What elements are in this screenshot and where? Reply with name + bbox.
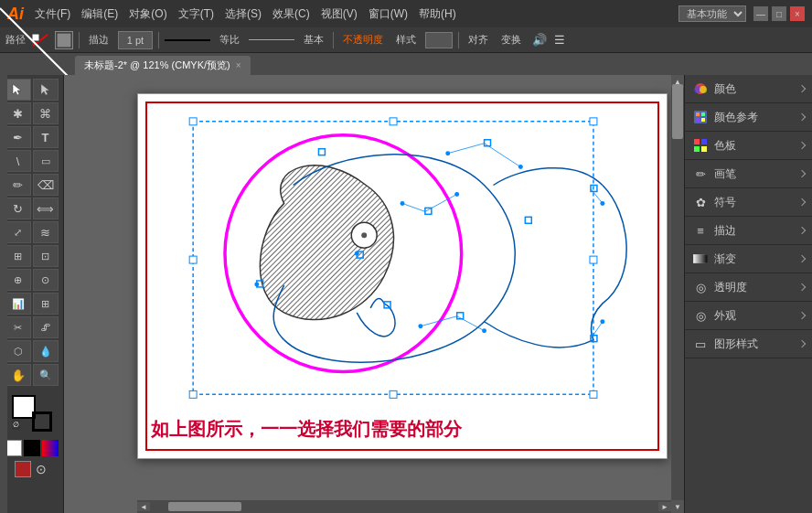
brushes-panel-label: 画笔 — [714, 166, 736, 182]
live-paint-tool[interactable]: 💧 — [33, 340, 59, 362]
gradient-panel-label: 渐变 — [714, 251, 736, 267]
align-label[interactable]: 对齐 — [465, 31, 492, 48]
base-label: 基本 — [300, 31, 327, 48]
stroke-color-box[interactable] — [32, 411, 52, 432]
line-tool[interactable]: \ — [5, 150, 31, 172]
lasso-tool[interactable]: ⌘ — [33, 102, 59, 124]
workspace-select[interactable]: 基本功能 — [678, 5, 746, 22]
eyedropper-tool[interactable]: 🖇 — [33, 316, 59, 338]
svg-point-47 — [700, 86, 707, 93]
free-transform-tool[interactable]: ⊞ — [5, 245, 31, 267]
perspective-tool[interactable]: ⊡ — [33, 245, 59, 267]
menu-view[interactable]: 视图(V) — [321, 6, 358, 22]
pen-tool[interactable]: ✒ — [5, 126, 31, 148]
scroll-track[interactable] — [671, 75, 684, 513]
direct-select-tool[interactable] — [33, 79, 59, 101]
fill-stroke-selector[interactable]: ∅ — [12, 395, 52, 432]
canvas-area[interactable]: 如上图所示，一一选择我们需要的部分 ▲ ▼ ◄ ► — [64, 75, 684, 513]
svg-rect-51 — [696, 118, 700, 122]
pencil-tool[interactable]: ✏ — [5, 174, 31, 196]
tab-bar: 未标题-2* @ 121% (CMYK/预览) × — [0, 53, 812, 75]
panel-item-symbols[interactable]: ✿ 符号 — [685, 188, 812, 217]
minimize-button[interactable]: — — [753, 6, 768, 21]
horizontal-scrollbar[interactable]: ◄ ► — [137, 500, 671, 513]
magic-wand-tool[interactable]: ✱ — [5, 102, 31, 124]
menu-help[interactable]: 帮助(H) — [419, 6, 456, 22]
stroke-color-icon[interactable] — [31, 33, 49, 48]
vertical-scrollbar[interactable]: ▲ ▼ — [671, 75, 684, 513]
shape-builder-tool[interactable]: ⊕ — [5, 269, 31, 291]
stroke-box-icon[interactable] — [55, 31, 73, 49]
panel-item-appearance[interactable]: ◎ 外观 — [685, 302, 812, 330]
menu-type[interactable]: 文字(T) — [178, 6, 214, 22]
panel-item-graphic-styles[interactable]: ▭ 图形样式 — [685, 330, 812, 358]
fill-red-box — [15, 461, 31, 477]
menu-select[interactable]: 选择(S) — [225, 6, 262, 22]
stroke-width-input[interactable] — [118, 31, 153, 49]
color-ref-panel-label: 颜色参考 — [714, 110, 758, 125]
document-tab[interactable]: 未标题-2* @ 121% (CMYK/预览) × — [75, 56, 251, 75]
maximize-button[interactable]: □ — [772, 6, 786, 21]
menu-bar[interactable]: 文件(F) 编辑(E) 对象(O) 文字(T) 选择(S) 效果(C) 视图(V… — [35, 6, 456, 22]
panel-item-stroke[interactable]: ≡ 描边 — [685, 217, 812, 245]
color-panel-icon — [692, 80, 709, 97]
tab-label: 未标题-2* @ 121% (CMYK/预览) — [84, 59, 230, 72]
menu-file[interactable]: 文件(F) — [35, 6, 70, 22]
brushes-expand-icon — [798, 170, 806, 177]
slice-tool[interactable]: ✂ — [5, 316, 31, 338]
scroll-left-button[interactable]: ◄ — [137, 502, 150, 511]
shape-tool[interactable]: ▭ — [33, 150, 59, 172]
menu-effect[interactable]: 效果(C) — [272, 6, 310, 22]
speaker-icon[interactable]: 🔊 — [532, 33, 547, 47]
panel-item-color-ref[interactable]: 颜色参考 — [685, 103, 812, 132]
pathfinder-tool[interactable]: ⊙ — [33, 269, 59, 291]
menu-object[interactable]: 对象(O) — [129, 6, 166, 22]
svg-rect-55 — [694, 146, 700, 152]
menu-edit[interactable]: 编辑(E) — [81, 6, 118, 22]
transparency-panel-icon: ◎ — [692, 279, 709, 295]
gradient-expand-icon — [798, 255, 806, 262]
panel-item-color[interactable]: 颜色 — [685, 75, 812, 103]
panel-item-gradient[interactable]: 渐变 — [685, 245, 812, 273]
warp-tool[interactable]: ≋ — [33, 221, 59, 243]
graphic-styles-panel-icon: ▭ — [692, 336, 709, 352]
stroke-panel-icon: ≡ — [692, 222, 709, 239]
swatches-expand-icon — [798, 142, 806, 149]
scroll-right-button[interactable]: ► — [658, 502, 671, 511]
rotate-tool[interactable]: ↻ — [5, 198, 31, 219]
close-button[interactable]: × — [790, 6, 805, 21]
blend-tool[interactable]: ⬡ — [5, 340, 31, 362]
panel-item-swatches[interactable]: 色板 — [685, 132, 812, 160]
svg-rect-56 — [701, 146, 707, 152]
type-tool[interactable]: T — [33, 126, 59, 148]
style-label[interactable]: 样式 — [392, 31, 420, 48]
color-mode-icon[interactable]: ⊙ — [33, 461, 49, 477]
panel-item-transparency[interactable]: ◎ 透明度 — [685, 273, 812, 302]
panel-item-brushes[interactable]: ✏ 画笔 — [685, 160, 812, 188]
style-box[interactable] — [425, 32, 453, 48]
tab-close-button[interactable]: × — [236, 60, 241, 70]
scale-tool[interactable]: ⤢ — [5, 221, 31, 243]
select-tool[interactable] — [5, 79, 31, 101]
graph-tool[interactable]: 📊 — [5, 293, 31, 315]
menu-window[interactable]: 窗口(W) — [369, 6, 408, 22]
gradient-swatch[interactable] — [42, 440, 59, 456]
panel-resize-handle[interactable] — [0, 75, 7, 513]
menu-icon[interactable]: ☰ — [554, 33, 565, 47]
svg-rect-49 — [696, 112, 700, 116]
fill-black-swatch[interactable] — [24, 440, 40, 456]
opacity-label[interactable]: 不透明度 — [339, 31, 387, 48]
eraser-tool[interactable]: ⌫ — [33, 174, 59, 196]
graphic-styles-panel-label: 图形样式 — [714, 337, 758, 352]
h-scroll-thumb[interactable] — [168, 502, 241, 511]
properties-toolbar: 路径 描边 等比 基本 不透明度 样式 对齐 变换 🔊 ☰ — [0, 27, 812, 53]
scroll-thumb[interactable] — [672, 84, 683, 139]
hand-tool[interactable]: ✋ — [5, 364, 31, 386]
transform-label[interactable]: 变换 — [497, 31, 525, 48]
fill-white-swatch[interactable] — [5, 440, 22, 456]
zoom-tool[interactable]: 🔍 — [33, 364, 59, 386]
reflect-tool[interactable]: ⟺ — [33, 198, 59, 219]
no-fill-icon[interactable]: ∅ — [12, 420, 20, 430]
artboard-tool[interactable]: ⊞ — [33, 293, 59, 315]
scroll-down-button[interactable]: ▼ — [671, 500, 684, 513]
